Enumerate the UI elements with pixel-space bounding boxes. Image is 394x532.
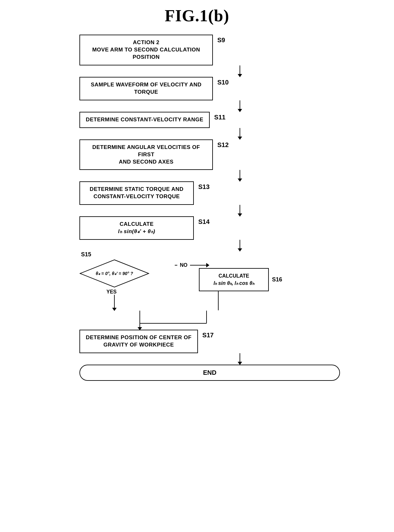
step-s16-line1: CALCULATE (205, 273, 262, 279)
step-s15-section: S15 θ₄ = 0°, θ₄’ = 90° ? YES (54, 251, 340, 311)
step-s16-line2: lₕ sin θₕ, lₕ cos θₕ (205, 280, 262, 287)
step-s11-box: DETERMINE CONSTANT-VELOCITY RANGE (79, 112, 210, 128)
step-s9-row: ACTION 2 MOVE ARM TO SECOND CALCULATION … (54, 35, 340, 65)
no-arrow-row: NO (175, 262, 282, 268)
arrow-s14-s15 (240, 240, 240, 251)
no-label: NO (180, 262, 187, 268)
step-s9-box: ACTION 2 MOVE ARM TO SECOND CALCULATION … (79, 35, 213, 65)
step-s14-line2: lₕ sin(θ₄’ + θₕ) (86, 228, 187, 235)
step-s14-label: S14 (198, 216, 210, 226)
arrow-s17-end (240, 353, 240, 365)
step-s11-line1: DETERMINE CONSTANT-VELOCITY RANGE (86, 116, 203, 124)
step-s13-row: DETERMINE STATIC TORQUE AND CONSTANT-VEL… (54, 181, 340, 205)
merge-svg (79, 311, 257, 330)
step-s12-line1: DETERMINE ANGULAR VELOCITIES OF FIRST (86, 144, 207, 158)
step-s17-box: DETERMINE POSITION OF CENTER OF GRAVITY … (79, 330, 198, 353)
step-s10-label: S10 (217, 77, 229, 86)
step-s17-label: S17 (202, 330, 214, 339)
step-s9-label: S9 (217, 35, 225, 44)
arrow-s13-s14 (240, 205, 240, 216)
step-s10-box: SAMPLE WAVEFORM OF VELOCITY AND TORQUE (79, 77, 213, 100)
step-s14-line1: CALCULATE (86, 221, 187, 228)
no-section: NO CALCULATE lₕ sin θₕ, lₕ cos θₕ S16 (175, 262, 282, 310)
arrow-s12-s13 (240, 170, 240, 181)
step-s12-label: S12 (217, 139, 229, 149)
step-s15-diamond: θ₄ = 0°, θ₄’ = 90° ? (79, 259, 149, 288)
end-row: END (54, 365, 340, 381)
step-s12-line2: AND SECOND AXES (86, 158, 207, 166)
s15-label-row: S15 (81, 251, 151, 258)
page-title: FIG.1(b) (165, 6, 229, 25)
step-s15-label: S15 (81, 251, 91, 258)
step-s13-label: S13 (198, 181, 210, 191)
arrow-yes-down (114, 295, 115, 311)
arrow-s11-s12 (240, 128, 240, 139)
step-s12-box: DETERMINE ANGULAR VELOCITIES OF FIRST AN… (79, 139, 213, 170)
no-line-left (175, 265, 177, 266)
step-s13-line2: CONSTANT-VELOCITY TORQUE (86, 193, 187, 200)
no-line-right (190, 265, 209, 266)
merge-section (54, 311, 340, 330)
diamond-condition: θ₄ = 0°, θ₄’ = 90° ? (96, 271, 133, 276)
arrow-s9-s10 (240, 65, 240, 77)
s16-arrow-down-container (199, 291, 282, 310)
s16-arrow-down (218, 291, 219, 310)
diamond-column: S15 θ₄ = 0°, θ₄’ = 90° ? YES (79, 251, 149, 311)
step-s10-line1: SAMPLE WAVEFORM OF VELOCITY AND TORQUE (86, 81, 207, 96)
step-s10-row: SAMPLE WAVEFORM OF VELOCITY AND TORQUE S… (54, 77, 340, 100)
step-s13-box: DETERMINE STATIC TORQUE AND CONSTANT-VEL… (79, 181, 194, 205)
step-s13-line1: DETERMINE STATIC TORQUE AND (86, 186, 187, 193)
step-s16-label: S16 (272, 276, 282, 283)
page: FIG.1(b) ACTION 2 MOVE ARM TO SECOND CAL… (54, 6, 340, 526)
end-box: END (79, 365, 340, 381)
step-s17-row: DETERMINE POSITION OF CENTER OF GRAVITY … (54, 330, 340, 353)
step-s16-box: CALCULATE lₕ sin θₕ, lₕ cos θₕ (199, 268, 269, 291)
svg-marker-5 (138, 327, 142, 330)
flowchart: ACTION 2 MOVE ARM TO SECOND CALCULATION … (54, 35, 340, 381)
step-s9-line2: MOVE ARM TO SECOND CALCULATION POSITION (86, 46, 207, 61)
step-s11-row: DETERMINE CONSTANT-VELOCITY RANGE S11 (54, 112, 340, 128)
step-s12-row: DETERMINE ANGULAR VELOCITIES OF FIRST AN… (54, 139, 340, 170)
step-s16-row: CALCULATE lₕ sin θₕ, lₕ cos θₕ S16 (199, 268, 282, 291)
arrow-s10-s11 (240, 100, 240, 112)
step-s14-box: CALCULATE lₕ sin(θ₄’ + θₕ) (79, 216, 194, 240)
step-s17-line1: DETERMINE POSITION OF CENTER OF (86, 334, 192, 341)
step-s14-row: CALCULATE lₕ sin(θ₄’ + θₕ) S14 (54, 216, 340, 240)
yes-label: YES (106, 289, 117, 295)
step-s9-line1: ACTION 2 (86, 39, 207, 46)
step-s17-line2: GRAVITY OF WORKPIECE (86, 341, 192, 349)
step-s11-label: S11 (214, 112, 226, 121)
